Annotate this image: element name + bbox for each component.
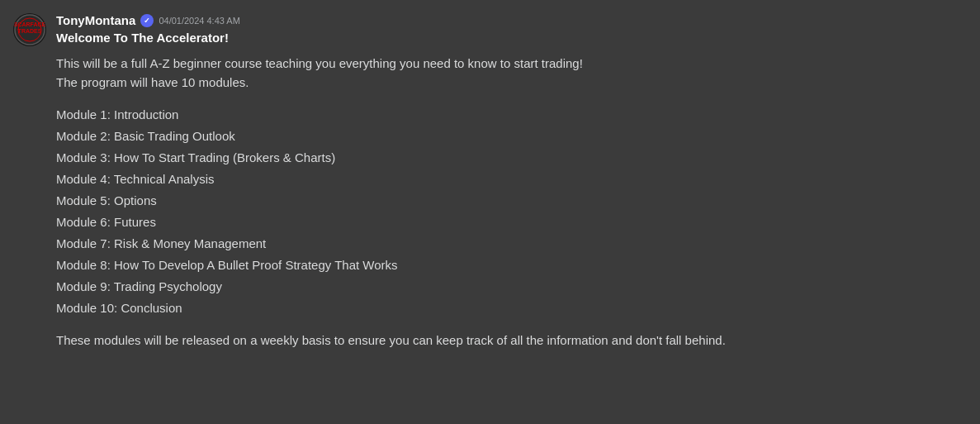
module-item: Module 9: Trading Psychology (56, 277, 967, 297)
intro-line2: The program will have 10 modules. (56, 75, 249, 89)
module-item: Module 1: Introduction (56, 105, 967, 125)
verified-checkmark-icon: ✓ (144, 17, 150, 25)
message-body: Welcome To The Accelerator! This will be… (56, 31, 967, 350)
module-item: Module 3: How To Start Trading (Brokers … (56, 148, 967, 168)
module-item: Module 7: Risk & Money Management (56, 234, 967, 254)
timestamp: 04/01/2024 4:43 AM (159, 16, 239, 26)
message-container: SCARFACE TRADES TonyMontana ✓ 04/01/2024… (0, 0, 980, 364)
module-item: Module 6: Futures (56, 212, 967, 232)
module-item: Module 2: Basic Trading Outlook (56, 126, 967, 146)
module-item: Module 5: Options (56, 191, 967, 211)
svg-text:TRADES: TRADES (18, 28, 42, 34)
username: TonyMontana (56, 13, 135, 27)
avatar: SCARFACE TRADES (13, 13, 46, 46)
message-title: Welcome To The Accelerator! (56, 31, 967, 45)
module-item: Module 8: How To Develop A Bullet Proof … (56, 255, 967, 275)
modules-list: Module 1: IntroductionModule 2: Basic Tr… (56, 105, 967, 318)
message-content: TonyMontana ✓ 04/01/2024 4:43 AM Welcome… (56, 13, 967, 350)
message-intro: This will be a full A-Z beginner course … (56, 55, 967, 92)
module-item: Module 4: Technical Analysis (56, 169, 967, 189)
message-header: TonyMontana ✓ 04/01/2024 4:43 AM (56, 13, 967, 27)
module-item: Module 10: Conclusion (56, 298, 967, 318)
message-footer: These modules will be released on a week… (56, 331, 967, 350)
verified-badge: ✓ (140, 14, 154, 27)
intro-line1: This will be a full A-Z beginner course … (56, 56, 583, 70)
